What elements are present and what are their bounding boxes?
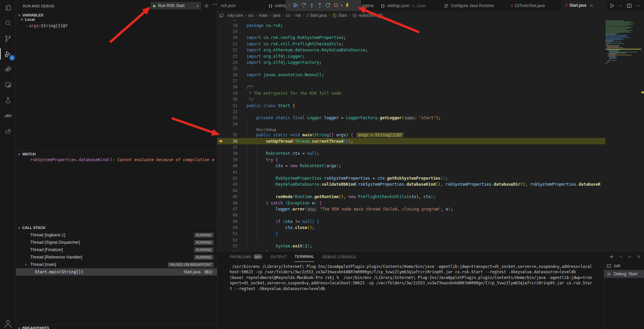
more-actions-icon[interactable]: ⋯ [212, 1, 217, 7]
continue-icon[interactable] [291, 1, 300, 10]
code-line[interactable]: 21import co.rsk.util.PreflightChecksUtil… [217, 41, 605, 47]
terminal-instance-debug-start[interactable]: Debug: Start [604, 270, 644, 278]
code-editor[interactable]: 17 */18package co.rsk;1920import co.rsk.… [217, 20, 605, 251]
call-stack-thread[interactable]: Thread [Signal Dispatcher]RUNNING [16, 239, 217, 246]
activity-bar-item-gradle[interactable] [0, 124, 16, 139]
panel-tab-debug-console[interactable]: DEBUG CONSOLE [322, 251, 356, 262]
code-line[interactable]: 51 } [217, 231, 605, 237]
activity-bar-item-extensions[interactable] [0, 62, 16, 77]
code-line[interactable]: 49 if (ctx != null) { [217, 219, 605, 225]
code-line[interactable]: 19 [217, 29, 605, 35]
code-line[interactable]: 53 System.exit(1); [217, 243, 605, 249]
code-line[interactable]: 22import org.ethereum.datasource.KeyValu… [217, 47, 605, 53]
restart-icon[interactable] [324, 1, 332, 10]
call-stack-frame-selected[interactable]: Start.main(String[])Start.java36:1 [16, 268, 217, 276]
terminal-dropdown-icon[interactable] [619, 254, 623, 259]
run-file-button[interactable] [609, 3, 615, 9]
new-terminal-icon[interactable] [609, 254, 614, 260]
run-config-label[interactable]: Run RSK Start [158, 3, 194, 8]
minimap[interactable] [605, 20, 641, 251]
code-line[interactable]: 32 [217, 109, 605, 115]
open-editors-icon[interactable] [219, 13, 224, 18]
code-line[interactable]: 46 } catch (Exception e) { [217, 200, 605, 206]
panel-tab-problems[interactable]: PROBLEMS1K+ [230, 251, 263, 262]
code-line[interactable]: 40 ctx = new RskContext(args); [217, 163, 605, 169]
more-actions-icon[interactable]: ⋯ [636, 3, 641, 9]
maximize-panel-icon[interactable] [627, 254, 632, 260]
hot-code-replace-icon[interactable] [343, 1, 351, 10]
run-config-chevron-icon[interactable]: ∨ [194, 2, 201, 9]
code-line[interactable]: 24import org.slf4j.LoggerFactory; [217, 59, 605, 65]
variables-section-header[interactable]: ∨ VARIABLES [16, 12, 217, 18]
code-line[interactable]: 47 logger.error(msg: "The RSK node main … [217, 206, 605, 212]
activity-bar-item-docker[interactable] [0, 108, 16, 124]
code-line[interactable]: 45 runNode(Runtime.getRuntime(), new Pre… [217, 194, 605, 200]
panel-tab-output[interactable]: OUTPUT [271, 251, 287, 262]
code-line[interactable]: 34 [217, 121, 605, 127]
code-line[interactable]: 37 [217, 144, 605, 150]
call-stack-thread[interactable]: Thread [Reference Handler]RUNNING [16, 253, 217, 261]
breadcrumb-item-start[interactable]: Start [332, 13, 347, 18]
panel-tab-terminal[interactable]: TERMINAL [294, 251, 314, 262]
code-line[interactable]: 48 [217, 212, 605, 218]
code-line[interactable]: 33 private static final Logger logger = … [217, 115, 605, 121]
breadcrumb-item-src[interactable]: src [248, 13, 254, 18]
editor-tab-start-java[interactable]: JStart.java [562, 0, 607, 11]
run-play-icon[interactable]: ▶ [153, 4, 156, 8]
terminal-output[interactable]: /usr/bin/env /Library/Internet\ Plug-Ins… [230, 264, 603, 291]
code-line[interactable]: 38 RskContext ctx = null; [217, 150, 605, 156]
code-line[interactable]: 44 [217, 188, 605, 194]
step-out-icon[interactable] [316, 1, 324, 10]
stop-icon[interactable] [332, 1, 340, 10]
activity-bar-item-remote-explorer[interactable] [0, 77, 16, 93]
chevron-icon[interactable]: ∨ [340, 1, 343, 10]
breadcrumb-item-rskj-core[interactable]: rskj-core [227, 13, 243, 18]
call-stack-section-header[interactable]: ∨ CALL STACK [16, 224, 217, 231]
activity-bar-item-explorer[interactable] [0, 0, 16, 15]
code-line[interactable]: 52 [217, 237, 605, 243]
code-line[interactable]: 18package co.rsk; [217, 22, 605, 28]
gear-icon[interactable] [204, 3, 209, 9]
code-line[interactable]: 41 [217, 169, 605, 175]
code-line[interactable]: 17 */ [217, 20, 605, 22]
editor-tab-settings-json[interactable]: {}settings.json~/.../User [377, 0, 440, 11]
breadcrumb-item-java[interactable]: java [273, 13, 280, 18]
code-line[interactable]: 50 ctx.close(); [217, 225, 605, 231]
step-into-icon[interactable] [308, 1, 316, 10]
watch-expression[interactable]: rskSystemProperties.databaseKind(): Cann… [30, 157, 215, 162]
code-line[interactable]: 30 */ [217, 96, 605, 102]
code-line[interactable]: 28/** [217, 84, 605, 90]
activity-bar-item-run-and-debug[interactable]: 1 [0, 46, 16, 62]
run-config-dropdown[interactable]: ▶ Run RSK Start ∨ [151, 2, 201, 9]
activity-bar-item-search[interactable] [0, 15, 16, 31]
call-stack-thread[interactable]: Thread [logback-1]RUNNING [16, 231, 217, 239]
account-icon[interactable] [0, 319, 16, 329]
terminal-instance-zsh[interactable]: zsh [604, 262, 644, 270]
code-line[interactable]: 39 try { [217, 157, 605, 163]
code-line[interactable]: 23import org.slf4j.Logger; [217, 53, 605, 59]
code-line[interactable]: 26import javax.annotation.Nonnull; [217, 72, 605, 78]
code-line[interactable]: 25 [217, 65, 605, 72]
activity-bar-item-source-control[interactable] [0, 31, 16, 46]
watch-section-header[interactable]: ∨ WATCH [16, 151, 217, 157]
code-line[interactable]: 27 [217, 78, 605, 84]
breadcrumb-item-rsk[interactable]: rsk [296, 13, 301, 18]
close-icon[interactable] [589, 3, 594, 8]
breadcrumb-item-main-string-[interactable]: main(String[]) [352, 13, 383, 18]
call-stack-thread[interactable]: Thread [Finalizer]RUNNING [16, 246, 217, 253]
close-panel-icon[interactable] [636, 254, 641, 259]
variable-args[interactable]: › args: String[2]@7 [26, 23, 68, 28]
run-dropdown-icon[interactable] [619, 3, 623, 8]
breakpoints-section-header[interactable]: ∨ BREAKPOINTS [16, 325, 217, 329]
code-line[interactable]: 29 * The entrypoint for the RSK full nod… [217, 90, 605, 96]
code-line[interactable]: 31public class Start { [217, 102, 605, 108]
code-line[interactable]: 35 public static void main(String[] args… [217, 132, 605, 138]
code-line[interactable]: 42 RskSystemProperties rskSystemProperti… [217, 175, 605, 181]
code-line[interactable]: 43 KeyValueDataSource.validateDbKind(rsk… [217, 181, 605, 187]
code-line[interactable]: 20import co.rsk.config.RskSystemProperti… [217, 35, 605, 41]
overview-ruler[interactable] [641, 20, 644, 251]
editor-tab-clitoolstest-java[interactable]: JCliToolsTest.java [507, 0, 562, 11]
breadcrumb-item-co[interactable]: co [286, 13, 290, 18]
breadcrumb-item-main[interactable]: main [259, 13, 268, 18]
step-over-icon[interactable] [300, 1, 308, 10]
